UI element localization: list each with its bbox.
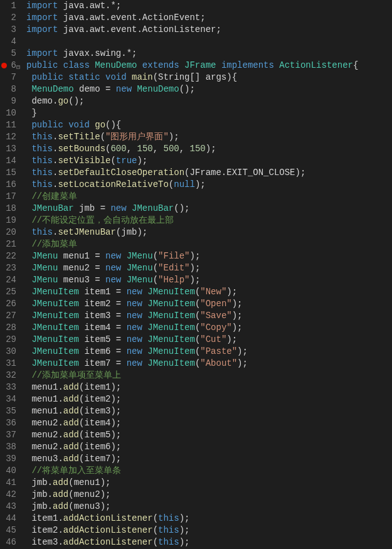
line-number[interactable]: 11 [3, 119, 16, 131]
code-line[interactable]: menu3.add(item7); [26, 453, 392, 465]
code-line[interactable]: JMenu menu2 = new JMenu("Edit"); [26, 262, 392, 274]
line-number[interactable]: 28 [3, 322, 16, 334]
line-number[interactable]: 15 [3, 167, 16, 179]
code-line[interactable]: JMenuItem item3 = new JMenuItem("Save"); [26, 310, 392, 322]
code-line[interactable]: //不能设定位置，会自动放在最上部 [26, 215, 392, 227]
code-line[interactable]: JMenu menu3 = new JMenu("Help"); [26, 274, 392, 286]
line-number[interactable]: 8 [3, 83, 16, 95]
code-line[interactable]: menu1.add(item2); [26, 393, 392, 405]
code-line[interactable]: MenuDemo demo = new MenuDemo(); [26, 83, 392, 95]
line-number[interactable]: 30 [3, 346, 16, 358]
line-number[interactable]: 22 [3, 250, 16, 262]
code-token: ); [195, 179, 206, 189]
code-line[interactable]: } [26, 107, 392, 119]
code-line[interactable]: this.setBounds(600, 150, 500, 150); [26, 143, 392, 155]
code-line[interactable]: JMenuItem item6 = new JMenuItem("Paste")… [26, 346, 392, 358]
line-number[interactable]: 21 [3, 238, 16, 250]
line-number[interactable]: 25 [3, 286, 16, 298]
code-line[interactable]: //添加菜单项至菜单上 [26, 370, 392, 381]
line-number[interactable]: 33 [3, 381, 16, 393]
code-line[interactable]: JMenuItem item7 = new JMenuItem("About")… [26, 358, 392, 370]
fold-icon[interactable]: ⊟ [16, 61, 20, 73]
code-token: this [31, 179, 53, 189]
code-line[interactable]: public void go(){ [26, 119, 392, 131]
line-number[interactable]: 23 [3, 262, 16, 274]
code-line[interactable]: jmb.add(menu3); [26, 501, 392, 513]
code-line[interactable]: menu2.add(item4); [26, 417, 392, 429]
line-number[interactable]: 24 [3, 274, 16, 286]
line-number[interactable]: 35 [3, 405, 16, 417]
code-line[interactable]: this.setVisible(true); [26, 155, 392, 167]
code-line[interactable]: menu2.add(item5); [26, 429, 392, 441]
code-line[interactable]: JMenuItem item5 = new JMenuItem("Cut"); [26, 334, 392, 346]
code-line[interactable]: //添加菜单 [26, 238, 392, 250]
code-line[interactable]: demo.go(); [26, 95, 392, 107]
line-number[interactable]: 7 [3, 72, 16, 83]
code-line[interactable]: JMenu menu1 = new JMenu("File"); [26, 250, 392, 262]
line-number[interactable]: 19 [3, 215, 16, 227]
code-line[interactable]: JMenuItem item2 = new JMenuItem("Open"); [26, 298, 392, 310]
line-number[interactable]: 17 [3, 191, 16, 203]
line-number[interactable]: 32 [3, 370, 16, 381]
line-number[interactable]: 44 [3, 513, 16, 525]
line-number[interactable]: 31 [3, 358, 16, 370]
code-line[interactable]: item2.addActionListener(this); [26, 525, 392, 536]
code-line[interactable]: menu2.add(item6); [26, 441, 392, 453]
line-number[interactable]: 46 [3, 536, 16, 548]
line-number[interactable]: 20 [3, 227, 16, 238]
line-number[interactable]: 16 [3, 179, 16, 191]
code-line[interactable]: menu1.add(item3); [26, 405, 392, 417]
code-line[interactable]: import javax.swing.*; [26, 48, 392, 60]
line-number[interactable]: 34 [3, 393, 16, 405]
code-line[interactable]: this.setJMenuBar(jmb); [26, 227, 392, 238]
code-line[interactable] [26, 36, 392, 48]
line-number[interactable]: 1 [3, 0, 16, 12]
line-number[interactable]: 6⊟ [3, 60, 16, 72]
line-number[interactable]: 42 [3, 489, 16, 501]
code-line[interactable]: this.setDefaultCloseOperation(JFrame.EXI… [26, 167, 392, 179]
code-editor-area[interactable]: import java.awt.*;import java.awt.event.… [21, 0, 392, 549]
code-token: JMenuItem [147, 287, 195, 297]
line-number[interactable]: 5 [3, 48, 16, 60]
line-number[interactable]: 9 [3, 95, 16, 107]
code-line[interactable]: this.setTitle("图形用户界面"); [26, 131, 392, 143]
code-line[interactable]: this.setLocationRelativeTo(null); [26, 179, 392, 191]
line-number[interactable]: 26 [3, 298, 16, 310]
code-line[interactable]: public class MenuDemo extends JFrame imp… [26, 60, 392, 72]
code-line[interactable]: menu1.add(item1); [26, 381, 392, 393]
line-number[interactable]: 3 [3, 24, 16, 36]
code-line[interactable]: jmb.add(menu1); [26, 477, 392, 489]
line-number[interactable]: 38 [3, 441, 16, 453]
line-number[interactable]: 18 [3, 203, 16, 215]
line-number[interactable]: 2 [3, 12, 16, 24]
line-number[interactable]: 41 [3, 477, 16, 489]
line-number[interactable]: 43 [3, 501, 16, 513]
code-line[interactable]: import java.awt.*; [26, 0, 392, 12]
code-line[interactable]: //创建菜单 [26, 191, 392, 203]
line-number[interactable]: 37 [3, 429, 16, 441]
code-line[interactable]: jmb.add(menu2); [26, 489, 392, 501]
line-number[interactable]: 13 [3, 143, 16, 155]
code-line[interactable]: public static void main(String[] args){ [26, 72, 392, 83]
code-line[interactable]: import java.awt.event.ActionEvent; [26, 12, 392, 24]
line-number[interactable]: 29 [3, 334, 16, 346]
line-number[interactable]: 45 [3, 525, 16, 536]
line-number[interactable]: 12 [3, 131, 16, 143]
line-number[interactable]: 40 [3, 465, 16, 477]
line-number[interactable]: 10 [3, 107, 16, 119]
code-token: new [105, 263, 127, 273]
line-number[interactable]: 27 [3, 310, 16, 322]
line-number[interactable]: 14 [3, 155, 16, 167]
code-line[interactable]: JMenuItem item1 = new JMenuItem("New"); [26, 286, 392, 298]
code-line[interactable]: //将菜单加入至菜单条 [26, 465, 392, 477]
code-line[interactable]: item3.addActionListener(this); [26, 536, 392, 548]
line-number[interactable]: 4 [3, 36, 16, 48]
line-number[interactable]: 36 [3, 417, 16, 429]
code-line[interactable]: item1.addActionListener(this); [26, 513, 392, 525]
code-line[interactable]: JMenuBar jmb = new JMenuBar(); [26, 203, 392, 215]
breakpoint-icon[interactable] [1, 63, 7, 68]
code-token: import [26, 1, 58, 11]
code-line[interactable]: import java.awt.event.ActionListener; [26, 24, 392, 36]
code-line[interactable]: JMenuItem item4 = new JMenuItem("Copy"); [26, 322, 392, 334]
line-number[interactable]: 39 [3, 453, 16, 465]
